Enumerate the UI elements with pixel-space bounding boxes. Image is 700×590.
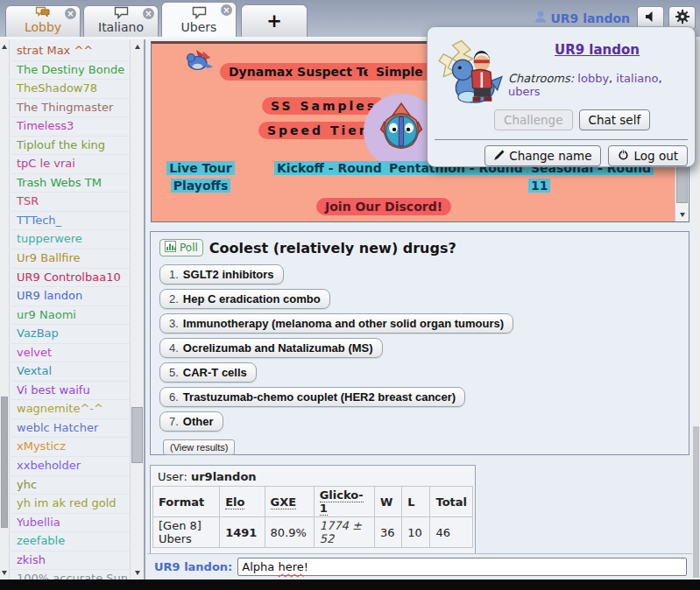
userlist-user[interactable]: Vi best waifu [9, 382, 131, 401]
scroll-down-arrow[interactable] [675, 209, 689, 220]
link-ss-samples[interactable]: SS Samples [262, 97, 385, 115]
userlist-user[interactable]: tpC le vrai [9, 155, 131, 174]
scrollbar-thumb[interactable] [693, 426, 699, 578]
userlist-user[interactable]: TheShadow78 [9, 80, 131, 99]
userlist-user[interactable]: UR9 Controlbaa10 [9, 269, 131, 288]
new-tab-button[interactable]: + [241, 4, 308, 37]
userlist-right-scrollbar[interactable] [130, 39, 144, 579]
chatroom-link-italiano[interactable]: italiano [616, 72, 658, 85]
chatroom-link-ubers[interactable]: ubers [508, 85, 541, 98]
scrollbar-thumb[interactable] [131, 407, 143, 463]
gear-icon [675, 10, 689, 27]
userlist-panel: strat Max ^^ The Destiny Bonde TheShadow… [0, 39, 144, 579]
bar-chart-icon [165, 241, 176, 255]
chat-message-input[interactable]: Alpha here! [237, 558, 687, 576]
chat-input-row: UR9 landon: Alpha here! [147, 553, 692, 579]
power-icon [618, 149, 629, 163]
view-results-button[interactable]: (View results) [163, 439, 235, 455]
userlist-user[interactable]: yhc [9, 476, 131, 495]
popup-username-link[interactable]: UR9 landon [508, 42, 686, 58]
ladder-user-label: User: [158, 470, 191, 483]
userlist-user[interactable]: strat Max ^^ [9, 42, 131, 61]
userlist-user[interactable]: TSR [9, 193, 131, 212]
userlist-user[interactable]: Trash Webs TM [9, 174, 131, 193]
poll-badge: Poll [159, 239, 203, 256]
close-tab-icon[interactable]: × [221, 4, 232, 16]
tab-lobby[interactable]: × Lobby [5, 5, 81, 37]
poll-option-3[interactable]: 3.Immunotherapy (melanoma and other soli… [159, 313, 513, 334]
poll-option-5[interactable]: 5.CAR-T cells [159, 362, 257, 383]
user-popup: UR9 landon Chatrooms: lobby, italiano, u… [427, 26, 696, 167]
scroll-up-arrow[interactable] [131, 41, 144, 52]
popup-chatrooms-line: Chatrooms: lobby, italiano, ubers [508, 72, 688, 98]
tab-italiano[interactable]: × Italiano [83, 5, 159, 37]
userlist-user[interactable]: ur9 Naomi [9, 306, 131, 326]
userlist-user[interactable]: UR9 landon [9, 287, 131, 306]
ladder-table: Format Elo GXE Glicko-1 W L Total [Gen 8… [152, 486, 473, 548]
poll-option-6[interactable]: 6.Trastuzumab-chemo couplet (HER2 breast… [159, 387, 465, 407]
chat-bubble-icon [114, 6, 129, 19]
chatroom-link-lobby[interactable]: lobby [577, 72, 609, 85]
poll-option-2[interactable]: 2.Hep C eradication combo [159, 289, 330, 309]
link-live-tour-playoffs[interactable]: Live Tour Playoffs [157, 159, 244, 194]
current-user-chip[interactable]: UR9 landon [534, 11, 630, 25]
scroll-down-arrow[interactable] [0, 567, 9, 578]
poll-option-4[interactable]: 4.Ocrelizumab and Natalizumab (MS) [159, 338, 383, 358]
change-name-button[interactable]: Change name [484, 145, 601, 166]
userlist-user[interactable]: wagnemite^-^ [9, 400, 131, 419]
challenge-button[interactable]: Challenge [494, 109, 573, 130]
poll-badge-label: Poll [180, 242, 198, 254]
close-tab-icon[interactable]: × [65, 8, 76, 19]
pencil-icon [494, 149, 505, 163]
userlist-user[interactable]: xMysticz [9, 438, 131, 457]
close-tab-icon[interactable]: × [143, 8, 154, 19]
poll-box: Poll Coolest (relatively new) drugs? 1.S… [150, 231, 689, 455]
tab-label: Italiano [98, 20, 144, 34]
log-out-button[interactable]: Log out [608, 145, 688, 166]
userlist-user[interactable]: Yubellia [9, 514, 131, 533]
userlist-user[interactable]: The Thingmaster [9, 99, 131, 118]
scroll-up-arrow[interactable] [0, 41, 9, 52]
chat-username-label: UR9 landon: [154, 560, 232, 573]
userlist-user[interactable]: velvet [9, 344, 131, 363]
bottom-black-bar [0, 579, 700, 590]
ladder-user-line: User: ur9landon [152, 467, 473, 486]
userlist-user[interactable]: zeefable [9, 532, 131, 551]
popup-action-row: Challenge Chat self [494, 109, 650, 130]
userlist-user[interactable]: yh im ak red gold [9, 495, 131, 514]
userlist-user[interactable]: 100% accurate Sun [9, 570, 131, 579]
userlist-user[interactable]: zkish [9, 551, 131, 571]
userlist-user[interactable]: Ur9 Ballfire [9, 249, 131, 269]
userlist-user[interactable]: VazBap [9, 325, 131, 344]
userlist-user[interactable]: Vextal [9, 362, 131, 382]
trainer-sprite [436, 39, 505, 113]
scrollbar-thumb[interactable] [1, 397, 8, 528]
poll-question: Coolest (relatively new) drugs? [209, 240, 456, 256]
speaker-icon [645, 10, 657, 26]
chat-self-button[interactable]: Chat self [579, 109, 651, 130]
ladder-header-row: Format Elo GXE Glicko-1 W L Total [153, 487, 473, 517]
popup-account-row: Change name Log out [484, 145, 688, 166]
userlist-user[interactable]: Tiplouf the king [9, 137, 131, 156]
userlist-user[interactable]: xxbeholder [9, 457, 131, 476]
userlist-user[interactable]: tupperwere [9, 230, 131, 249]
app-window: × Lobby × Italiano × Ubers [0, 0, 700, 590]
chat-bubbles-icon [35, 6, 51, 19]
poll-title-row: Poll Coolest (relatively new) drugs? [159, 239, 680, 256]
userlist: strat Max ^^ The Destiny Bonde TheShadow… [9, 42, 131, 579]
popup-divider [435, 139, 688, 140]
tab-label: Lobby [25, 20, 61, 34]
current-username: UR9 landon [550, 11, 630, 25]
scroll-down-arrow[interactable] [131, 567, 144, 578]
salamence-mini-sprite-icon [183, 47, 215, 77]
link-join-discord[interactable]: Join Our Discord! [316, 198, 451, 215]
poll-option-1[interactable]: 1.SGLT2 inhibitors [159, 264, 284, 284]
poll-option-7[interactable]: 7.Other [159, 411, 223, 432]
userlist-user[interactable]: Timeless3 [9, 117, 131, 137]
ladder-username: ur9landon [191, 470, 257, 483]
userlist-user[interactable]: TTTech_ [9, 212, 131, 231]
userlist-user[interactable]: The Destiny Bonde [9, 61, 131, 81]
tab-ubers[interactable]: × Ubers [161, 2, 237, 37]
room-tabs: × Lobby × Italiano × Ubers [5, 2, 308, 37]
userlist-user[interactable]: weblc Hatcher [9, 419, 131, 439]
